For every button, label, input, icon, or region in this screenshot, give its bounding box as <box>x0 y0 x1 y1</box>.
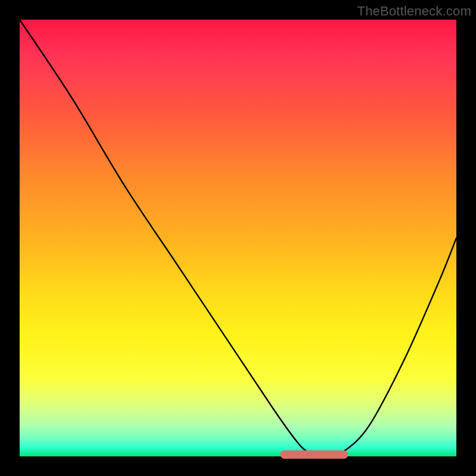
optimal-range-end-dot <box>340 450 348 459</box>
optimal-range-highlight <box>281 450 347 459</box>
watermark-text: TheBottleneck.com <box>357 4 471 19</box>
chart-frame: TheBottleneck.com <box>0 0 476 476</box>
plot-area <box>20 20 456 456</box>
optimal-range-start-dot <box>280 450 289 459</box>
bottleneck-curve <box>20 20 456 456</box>
